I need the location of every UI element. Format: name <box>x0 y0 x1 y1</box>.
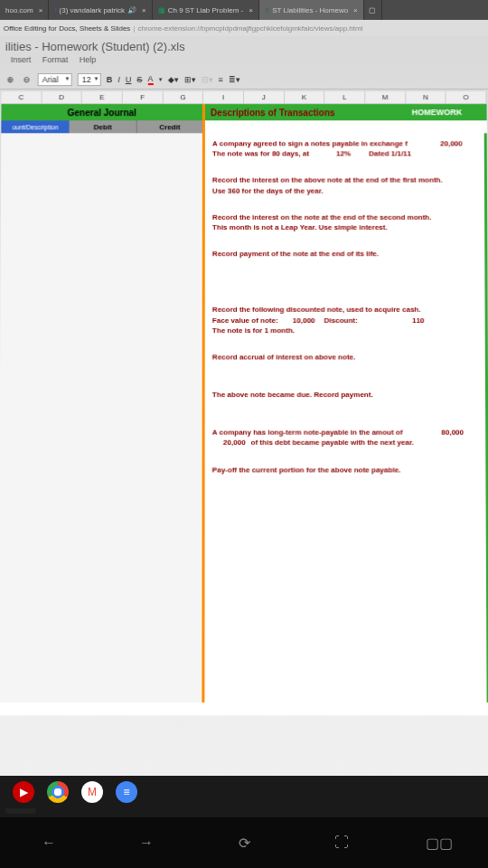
col-M[interactable]: M <box>365 91 406 103</box>
t7-line1: The above note became due. Record paymen… <box>212 390 478 400</box>
t9-line1: Pay-off the current portion for the abov… <box>212 465 479 475</box>
zoom-in-icon[interactable]: ⊕ <box>5 74 16 85</box>
merge-icon[interactable]: ⊟▾ <box>202 75 213 84</box>
shelf: ▶ M ≡ <box>0 776 488 808</box>
menu-help[interactable]: Help <box>80 55 97 64</box>
title-area: ilities - Homework (Student) (2).xls Ins… <box>0 36 488 70</box>
t8-amount: 80,000 <box>441 428 478 438</box>
t5-disclabel: Discount: <box>324 315 358 325</box>
col-D[interactable]: D <box>42 91 82 103</box>
transaction-5: Record the following discounted note, us… <box>212 305 478 335</box>
fullscreen-key[interactable]: ⛶ <box>324 829 360 856</box>
italic-button[interactable]: I <box>117 75 120 84</box>
menu-format[interactable]: Format <box>42 55 69 64</box>
col-G[interactable]: G <box>164 91 204 103</box>
t1-date: Dated 1/1/11 <box>369 149 411 159</box>
transaction-2: Record the interest on the above note at… <box>212 175 477 196</box>
keyboard-nav-row: ← → ⟳ ⛶ ▢▢ <box>0 817 488 868</box>
menu-bar: Insert Format Help <box>5 53 483 66</box>
t5-line3: The note is for 1 month. <box>212 326 478 335</box>
t4-line1: Record payment of the note at the end of… <box>212 249 477 259</box>
t5-fvlabel: Face value of note: <box>212 315 278 325</box>
t8-line2: of this debt became payable with the nex… <box>251 438 414 448</box>
browser-tabs: hoo.com× f(3) vandalark patrick🔊× ▦Ch 9 … <box>0 0 488 20</box>
align-icon[interactable]: ≡ <box>219 75 223 84</box>
transactions-area: A company agreed to sign a notes payable… <box>205 133 488 703</box>
spreadsheet[interactable]: C D E F G I J K L M N O General Journal … <box>0 91 488 715</box>
col-O[interactable]: O <box>446 91 487 103</box>
gmail-icon[interactable]: M <box>81 781 103 803</box>
text-color-button[interactable]: A <box>147 74 153 85</box>
journal-entry-area[interactable] <box>0 133 205 703</box>
transaction-3: Record the interest on the note at the e… <box>212 212 477 233</box>
screen: hoo.com× f(3) vandalark patrick🔊× ▦Ch 9 … <box>0 0 488 789</box>
col-F[interactable]: F <box>123 91 164 103</box>
tab-label: Ch 9 ST Liab Problem - <box>168 5 243 14</box>
transaction-8: A company has long-term note-payable in … <box>212 428 478 448</box>
t3-line1: Record the interest on the note at the e… <box>212 212 477 222</box>
col-N[interactable]: N <box>406 91 446 103</box>
overview-key[interactable]: ▢▢ <box>421 829 457 856</box>
transaction-1: A company agreed to sign a notes payable… <box>212 138 477 158</box>
tab-label: hoo.com <box>5 5 33 14</box>
back-key[interactable]: ← <box>31 829 67 856</box>
t8-line1: A company has long-term note-payable in … <box>212 428 403 438</box>
descriptions-header: Descriptions of Transactions <box>205 104 387 120</box>
menu-insert[interactable]: Insert <box>11 55 32 64</box>
doc-title: ilities - Homework (Student) (2).xls <box>5 40 483 53</box>
size-select[interactable]: 12 <box>78 73 101 86</box>
bold-button[interactable]: B <box>107 75 113 84</box>
t2-line1: Record the interest on the above note at… <box>212 175 477 185</box>
close-icon[interactable]: × <box>142 5 146 14</box>
close-icon[interactable]: × <box>249 5 253 14</box>
header-row-1: General Journal Descriptions of Transact… <box>1 104 486 120</box>
col-C[interactable]: C <box>1 91 42 103</box>
ext-name: Office Editing for Docs, Sheets & Slides <box>4 24 130 32</box>
close-icon[interactable]: × <box>39 5 43 14</box>
col-J[interactable]: J <box>244 91 285 103</box>
t1-line2: The note was for 80 days, at <box>212 149 309 159</box>
debit-header: Debit <box>70 120 137 133</box>
tab-ch9[interactable]: ▦Ch 9 ST Liab Problem -× <box>153 0 259 20</box>
credit-header: Credit <box>137 120 205 133</box>
new-tab[interactable]: ▢ <box>364 0 382 20</box>
col-K[interactable]: K <box>285 91 325 103</box>
t1-line1: A company agreed to sign a notes payable… <box>212 138 408 148</box>
font-select[interactable]: Arial <box>38 73 72 86</box>
col-E[interactable]: E <box>82 91 123 103</box>
tab-yahoo[interactable]: hoo.com× <box>0 0 49 20</box>
tab-label: (3) vandalark patrick <box>60 5 126 14</box>
facebook-icon: f <box>54 5 56 14</box>
homework-header: HOMEWORK <box>387 104 486 120</box>
transaction-6: Record accrual of interest on above note… <box>212 352 478 362</box>
youtube-icon[interactable]: ▶ <box>13 781 34 803</box>
sheets-icon: ▦ <box>158 5 165 14</box>
general-journal-header: General Journal <box>1 104 205 120</box>
toolbar: ⊕ ⊖ Arial 12 B I U S A▾ ◆▾ ⊞▾ ⊟▾ ≡ ≣▾ <box>0 70 488 90</box>
header-row-2: ount/Description Debit Credit <box>1 120 486 133</box>
strike-button[interactable]: S <box>136 75 142 84</box>
t8-amt2: 20,000 <box>223 438 246 448</box>
t5-line1: Record the following discounted note, us… <box>212 305 478 315</box>
tab-stliab[interactable]: XST Liabilities - Homewo× <box>259 0 364 20</box>
excel-icon: X <box>265 5 269 14</box>
refresh-key[interactable]: ⟳ <box>226 829 262 856</box>
t3-line2: This month is not a Leap Year. Use simpl… <box>212 222 477 232</box>
t1-rate: 12% <box>336 149 351 159</box>
underline-button[interactable]: U <box>126 75 132 84</box>
close-icon[interactable]: × <box>353 5 358 14</box>
fill-color-icon[interactable]: ◆▾ <box>167 75 178 84</box>
align2-icon[interactable]: ≣▾ <box>229 75 240 84</box>
col-I[interactable]: I <box>203 91 244 103</box>
forward-key[interactable]: → <box>128 829 164 856</box>
col-L[interactable]: L <box>325 91 366 103</box>
tab-fb[interactable]: f(3) vandalark patrick🔊× <box>49 0 152 20</box>
borders-icon[interactable]: ⊞▾ <box>183 75 195 84</box>
t5-disc: 110 <box>412 315 424 325</box>
column-headers: C D E F G I J K L M N O <box>1 91 486 104</box>
zoom-out-icon[interactable]: ⊖ <box>22 74 33 85</box>
chrome-icon[interactable] <box>47 781 69 803</box>
docs-icon[interactable]: ≡ <box>116 781 137 803</box>
transaction-7: The above note became due. Record paymen… <box>212 390 478 400</box>
account-header: ount/Description <box>1 120 69 133</box>
